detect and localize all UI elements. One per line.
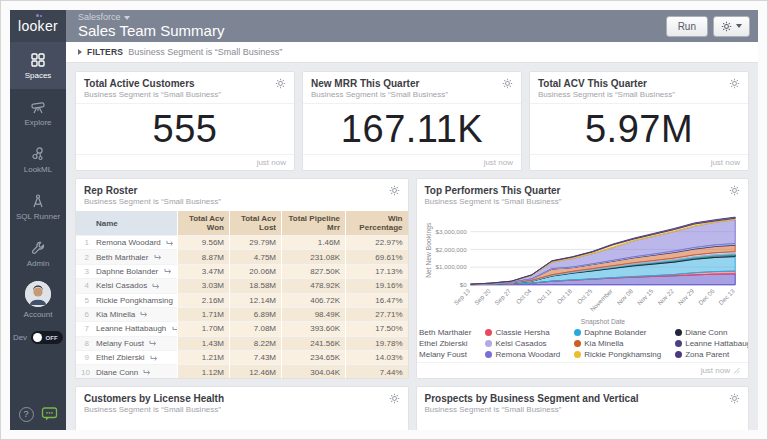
- pipeline-mrr-cell: 231.08K: [282, 250, 346, 264]
- dashboard-settings-button[interactable]: [713, 16, 750, 37]
- legend-item[interactable]: Melany Foust: [416, 350, 472, 359]
- table-row[interactable]: 1 Remona Woodard 9.56M 29.79M 1.46M 22.9…: [76, 236, 408, 250]
- column-header-name[interactable]: [76, 211, 91, 236]
- legend-item[interactable]: Classie Hersha: [485, 328, 560, 337]
- rep-roster-body: 1 Remona Woodard 9.56M 29.79M 1.46M 22.9…: [76, 236, 408, 380]
- svg-text:Oct 11: Oct 11: [535, 287, 553, 305]
- legend-item[interactable]: Kelsi Casados: [485, 339, 560, 348]
- table-row[interactable]: 5 Rickie Pongkhamsing 2.16M 12.14M 406.7…: [76, 293, 408, 307]
- legend-item[interactable]: Leanne Hattabaugh: [675, 339, 749, 348]
- sidebar-item-spaces[interactable]: Spaces: [10, 42, 66, 89]
- rep-name-cell[interactable]: Remona Woodard: [91, 236, 178, 250]
- dev-mode-toggle[interactable]: OFF: [31, 331, 63, 344]
- filters-bar[interactable]: FILTERS Business Segment is “Small Busin…: [66, 42, 758, 63]
- header: Salesforce Sales Team Summary Run: [66, 10, 758, 42]
- svg-text:Oct 25: Oct 25: [575, 287, 593, 305]
- table-row[interactable]: 8 Melany Foust 1.43M 8.22M 241.56K 19.78…: [76, 336, 408, 350]
- table-row[interactable]: 9 Ethel Zbierski 1.21M 7.43M 234.65K 14.…: [76, 351, 408, 365]
- looker-logo[interactable]: looker: [10, 10, 66, 42]
- rep-roster-table: Name Total Acv Won Total Acv Lost Total …: [76, 211, 408, 379]
- sidebar-item-label: SQL Runner: [16, 212, 60, 221]
- drill-arrow-icon[interactable]: [149, 340, 158, 347]
- rep-name-cell[interactable]: Diane Conn: [91, 365, 178, 379]
- drill-arrow-icon[interactable]: [143, 369, 152, 376]
- sidebar-item-account[interactable]: Account: [10, 281, 66, 319]
- legend-item[interactable]: Diane Conn: [675, 328, 749, 337]
- explore-icon: [30, 99, 46, 115]
- win-percentage-cell: 7.44%: [346, 365, 408, 379]
- column-header-name[interactable]: Name: [91, 211, 178, 236]
- tile-gear-icon[interactable]: [275, 78, 286, 89]
- drill-arrow-icon[interactable]: [172, 326, 178, 333]
- drill-arrow-icon[interactable]: [150, 355, 159, 362]
- rep-name-cell[interactable]: Leanne Hattabaugh: [91, 322, 178, 336]
- chevron-down-icon: [124, 16, 130, 20]
- tile-title[interactable]: Rep Roster: [84, 185, 221, 196]
- table-row[interactable]: 2 Beth Marthaler 8.87M 4.75M 231.08K 69.…: [76, 250, 408, 264]
- column-header-acv-won[interactable]: Total Acv Won: [178, 211, 230, 236]
- legend-swatch: [485, 329, 492, 336]
- tile-title[interactable]: Total Active Customers: [84, 78, 221, 89]
- tile-title[interactable]: Total ACV This Quarter: [538, 78, 675, 89]
- run-button[interactable]: Run: [666, 16, 708, 37]
- sidebar-item-sql-runner[interactable]: SQL Runner: [10, 183, 66, 230]
- legend-item[interactable]: Remona Woodard: [485, 350, 560, 359]
- sidebar-item-explore[interactable]: Explore: [10, 89, 66, 136]
- column-header-win-percentage[interactable]: Win Percentage: [346, 211, 408, 236]
- rep-name-cell[interactable]: Kia Minella: [91, 307, 178, 321]
- table-row[interactable]: 3 Daphne Bolander 3.47M 20.06M 827.50K 1…: [76, 264, 408, 278]
- table-row[interactable]: 6 Kia Minella 1.71M 6.89M 98.49K 27.71%: [76, 307, 408, 321]
- chart-legend: Beth MarthalerClassie HershaDaphne Bolan…: [417, 327, 749, 362]
- rep-name-cell[interactable]: Rickie Pongkhamsing: [91, 293, 178, 307]
- table-row[interactable]: 10 Diane Conn 1.12M 12.46M 304.04K 7.44%: [76, 365, 408, 379]
- pipeline-mrr-cell: 827.50K: [282, 264, 346, 278]
- drill-arrow-icon[interactable]: [152, 283, 161, 290]
- tile-title[interactable]: Prospects by Business Segment and Vertic…: [425, 393, 639, 404]
- stacked-area-chart[interactable]: $0$1,000,000$2,000,000$3,000,000Sep 13Se…: [417, 210, 749, 327]
- drill-arrow-icon[interactable]: [140, 311, 149, 318]
- rep-name-cell[interactable]: Beth Marthaler: [91, 250, 178, 264]
- help-icon[interactable]: ?: [19, 407, 34, 422]
- chat-icon[interactable]: [41, 406, 58, 422]
- tile-gear-icon[interactable]: [729, 185, 740, 196]
- tile-subtitle: Business Segment is “Small Business”: [84, 197, 221, 206]
- tile-gear-icon[interactable]: [389, 393, 400, 404]
- column-header-acv-lost[interactable]: Total Acv Lost: [230, 211, 282, 236]
- drill-arrow-icon[interactable]: [166, 240, 175, 247]
- drill-arrow-icon[interactable]: [164, 268, 173, 275]
- rep-name-cell[interactable]: Kelsi Casados: [91, 279, 178, 293]
- tile-gear-icon[interactable]: [729, 393, 740, 404]
- legend-item[interactable]: Daphne Bolander: [574, 328, 661, 337]
- sidebar-item-lookml[interactable]: LookML: [10, 136, 66, 183]
- legend-item[interactable]: Beth Marthaler: [416, 328, 472, 337]
- svg-text:Sep 20: Sep 20: [472, 287, 491, 306]
- tile-title[interactable]: New MRR This Quarter: [311, 78, 448, 89]
- table-row[interactable]: 4 Kelsi Casados 3.03M 18.58M 478.92K 19.…: [76, 279, 408, 293]
- legend-item[interactable]: Zona Parent: [675, 350, 749, 359]
- acv-won-cell: 1.71M: [178, 307, 230, 321]
- row-number: 9: [76, 351, 91, 365]
- table-row[interactable]: 7 Leanne Hattabaugh 1.70M 7.08M 393.60K …: [76, 322, 408, 336]
- acv-won-cell: 1.70M: [178, 322, 230, 336]
- tile-gear-icon[interactable]: [389, 185, 400, 196]
- rep-name-cell[interactable]: Ethel Zbierski: [91, 351, 178, 365]
- acv-won-cell: 3.47M: [178, 264, 230, 278]
- resize-handle[interactable]: [733, 367, 740, 374]
- tile-title[interactable]: Customers by License Health: [84, 393, 224, 404]
- tile-title[interactable]: Top Performers This Quarter: [425, 185, 562, 196]
- tile-gear-icon[interactable]: [502, 78, 513, 89]
- tile-gear-icon[interactable]: [729, 78, 740, 89]
- legend-swatch: [574, 340, 581, 347]
- legend-item[interactable]: Kia Minella: [574, 339, 661, 348]
- row-number: 8: [76, 336, 91, 350]
- legend-label: Kelsi Casados: [495, 339, 546, 348]
- rep-name-cell[interactable]: Melany Foust: [91, 336, 178, 350]
- drill-arrow-icon[interactable]: [154, 254, 163, 261]
- sidebar-item-admin[interactable]: Admin: [10, 230, 66, 277]
- acv-lost-cell: 6.89M: [230, 307, 282, 321]
- legend-item[interactable]: Ethel Zbierski: [416, 339, 472, 348]
- column-header-pipeline-mrr[interactable]: Total Pipeline Mrr: [282, 211, 346, 236]
- rep-name-cell[interactable]: Daphne Bolander: [91, 264, 178, 278]
- legend-item[interactable]: Rickie Pongkhamsing: [574, 350, 661, 359]
- row-number: 3: [76, 264, 91, 278]
